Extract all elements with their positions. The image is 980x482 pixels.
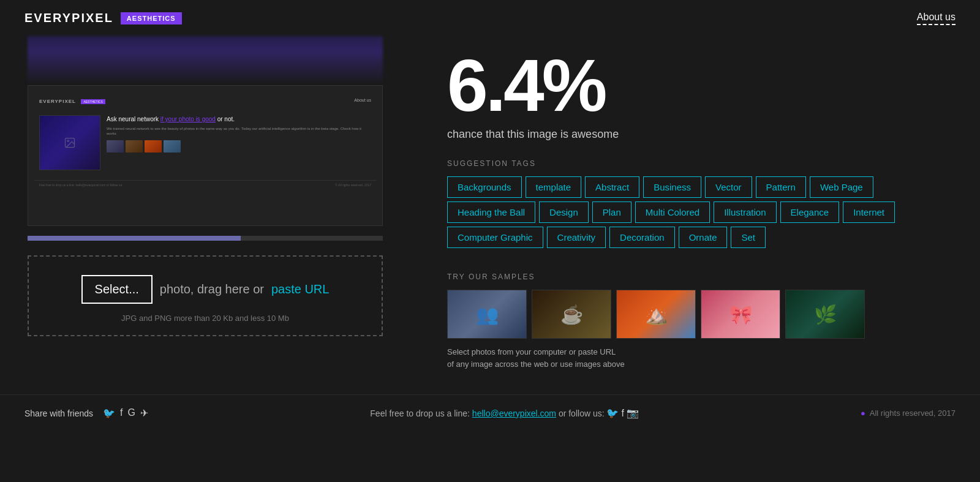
footer-center: Feel free to drop us a line: hello@every… xyxy=(370,407,638,419)
suggestion-tag[interactable]: Creativity xyxy=(547,227,606,248)
sample-thumb-4[interactable]: 🎀 xyxy=(701,290,780,339)
mini-sample-4 xyxy=(164,140,181,153)
drag-text: photo, drag here or xyxy=(160,282,264,296)
telegram-icon[interactable]: ✈ xyxy=(140,407,148,419)
suggestion-tags-label: SUGGESTION TAGS xyxy=(447,159,956,168)
copyright: All rights reserved, 2017 xyxy=(870,409,956,418)
facebook-icon[interactable]: f xyxy=(120,407,123,419)
suggestion-tag[interactable]: Elegance xyxy=(780,201,840,223)
footer-left: Share with friends 🐦 f G ✈ xyxy=(24,407,148,419)
footer-facebook-icon[interactable]: f xyxy=(621,408,624,418)
progress-bar-container xyxy=(28,236,383,241)
preview-screenshot: EVERYPIXEL AESTHETICS About us xyxy=(28,85,383,226)
suggestion-tag[interactable]: Abstract xyxy=(585,176,639,198)
suggestion-tag[interactable]: Decoration xyxy=(609,227,675,248)
header-left: EVERYPIXEL AESTHETICS xyxy=(24,11,182,25)
footer-instagram-icon[interactable]: 📷 xyxy=(627,408,639,418)
aesthetics-badge: AESTHETICS xyxy=(121,12,182,24)
mini-sample-3 xyxy=(145,140,162,153)
main-content: EVERYPIXEL AESTHETICS About us xyxy=(0,36,980,382)
mini-samples xyxy=(107,140,371,153)
preview-container: EVERYPIXEL AESTHETICS About us xyxy=(28,36,383,226)
suggestion-tags-section: SUGGESTION TAGS BackgroundstemplateAbstr… xyxy=(447,159,956,248)
score-display: 6.4% xyxy=(447,48,956,122)
upload-row: Select... photo, drag here or paste URL xyxy=(81,275,330,304)
footer-icons: 🐦 f G ✈ xyxy=(103,407,148,419)
mini-text-area: Ask neural network if your photo is good… xyxy=(107,115,371,170)
google-icon[interactable]: G xyxy=(128,407,135,419)
mini-footer-left: Feel free to drop us a line: hello@every… xyxy=(39,183,123,187)
suggestion-tag[interactable]: Design xyxy=(539,201,589,223)
mini-body: Ask neural network if your photo is good… xyxy=(34,113,376,173)
suggestion-tag[interactable]: Web Page xyxy=(810,176,873,198)
follow-text: or follow us: xyxy=(559,409,605,418)
mini-logo: EVERYPIXEL xyxy=(39,99,76,104)
mini-sample-1 xyxy=(107,140,124,153)
suggestion-tag[interactable]: Multi Colored xyxy=(635,201,710,223)
score-subtitle: chance that this image is awesome xyxy=(447,128,956,141)
suggestion-tag[interactable]: Plan xyxy=(592,201,631,223)
mini-badge: AESTHETICS xyxy=(81,99,105,104)
mini-footer: Feel free to drop us a line: hello@every… xyxy=(34,180,376,189)
footer-right: ● All rights reserved, 2017 xyxy=(861,409,956,418)
suggestion-tag[interactable]: Pattern xyxy=(756,176,806,198)
sample-thumb-5[interactable]: 🌿 xyxy=(785,290,865,339)
twitter-icon[interactable]: 🐦 xyxy=(103,407,115,419)
right-panel: 6.4% chance that this image is awesome S… xyxy=(410,36,980,382)
left-panel: EVERYPIXEL AESTHETICS About us xyxy=(0,36,410,382)
suggestion-tag[interactable]: template xyxy=(526,176,582,198)
sample-thumb-2[interactable]: ☕ xyxy=(532,290,611,339)
mini-image-placeholder xyxy=(39,115,100,170)
footer: Share with friends 🐦 f G ✈ Feel free to … xyxy=(0,394,980,431)
footer-dot: ● xyxy=(861,409,865,418)
sample-thumb-1[interactable]: 👥 xyxy=(447,290,527,339)
sample-thumb-3[interactable]: 🏔️ xyxy=(616,290,696,339)
footer-twitter-icon[interactable]: 🐦 xyxy=(606,408,619,418)
suggestion-tag[interactable]: Set xyxy=(731,227,766,248)
suggestion-tag[interactable]: Heading the Ball xyxy=(447,201,535,223)
suggestion-tag[interactable]: Ornate xyxy=(679,227,728,248)
mini-heading: Ask neural network if your photo is good… xyxy=(107,115,371,124)
upload-hint: JPG and PNG more than 20 Kb and less 10 … xyxy=(121,314,289,323)
mini-about: About us xyxy=(354,98,371,102)
paste-url-link[interactable]: paste URL xyxy=(271,282,330,296)
suggestion-tag[interactable]: Illustration xyxy=(714,201,776,223)
samples-hint: Select photos from your computer or past… xyxy=(447,346,956,370)
samples-images: 👥 ☕ 🏔️ 🎀 🌿 xyxy=(447,290,956,339)
select-button[interactable]: Select... xyxy=(81,275,153,304)
mini-body-text: We trained neural network to see the bea… xyxy=(107,126,371,137)
logo: EVERYPIXEL xyxy=(24,11,113,25)
samples-label: TRY OUR SAMPLES xyxy=(447,273,956,281)
upload-zone[interactable]: Select... photo, drag here or paste URL … xyxy=(28,255,383,336)
about-us-link[interactable]: About us xyxy=(917,12,956,25)
suggestion-tag[interactable]: Vector xyxy=(705,176,752,198)
contact-text: Feel free to drop us a line: xyxy=(370,409,470,418)
suggestion-tag[interactable]: Internet xyxy=(843,201,895,223)
suggestion-tag[interactable]: Business xyxy=(643,176,701,198)
mini-footer-right: © All rights reserved, 2017 xyxy=(335,183,371,187)
mini-heading-underline: if your photo is good xyxy=(160,116,216,122)
email-link[interactable]: hello@everypixel.com xyxy=(472,409,556,418)
suggestion-tag[interactable]: Computer Graphic xyxy=(447,227,543,248)
svg-point-1 xyxy=(67,140,69,142)
suggestion-tag[interactable]: Backgrounds xyxy=(447,176,522,198)
samples-section: TRY OUR SAMPLES 👥 ☕ 🏔️ 🎀 🌿 xyxy=(447,273,956,370)
tags-grid: BackgroundstemplateAbstractBusinessVecto… xyxy=(447,176,956,248)
share-label: Share with friends xyxy=(24,409,93,418)
progress-bar-fill xyxy=(28,236,241,241)
mini-logo-area: EVERYPIXEL AESTHETICS xyxy=(39,94,105,105)
preview-blur xyxy=(28,36,383,85)
mini-header: EVERYPIXEL AESTHETICS About us xyxy=(34,92,376,108)
mini-sample-2 xyxy=(126,140,143,153)
header: EVERYPIXEL AESTHETICS About us xyxy=(0,0,980,36)
